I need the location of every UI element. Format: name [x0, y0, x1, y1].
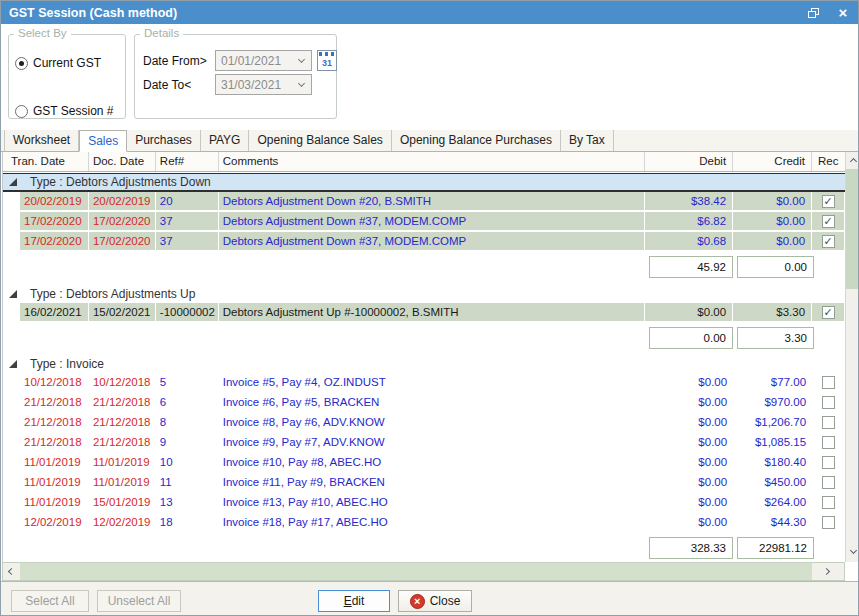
tabstrip: Worksheet Sales Purchases PAYG Opening B…	[1, 130, 858, 152]
cell-credit: $1,206.70	[733, 413, 812, 432]
cell-doc-date: 20/02/2019	[89, 192, 156, 211]
group-header-debtors-adjustments-down[interactable]: Type : Debtors Adjustments Down	[3, 173, 845, 192]
column-header-tran-date[interactable]: Tran. Date	[3, 152, 89, 171]
rec-checkbox[interactable]	[822, 396, 835, 409]
table-row[interactable]: 20/02/2019 20/02/2019 20 Debtors Adjustm…	[3, 192, 845, 212]
rec-checkbox[interactable]	[822, 436, 835, 449]
scroll-up-button[interactable]	[846, 152, 859, 168]
table-row[interactable]: 17/02/2020 17/02/2020 37 Debtors Adjustm…	[3, 232, 845, 252]
column-header-credit[interactable]: Credit	[733, 152, 812, 171]
cell-doc-date: 11/01/2019	[89, 473, 156, 492]
tab-purchases[interactable]: Purchases	[127, 130, 201, 151]
date-from-combo[interactable]: 01/01/2021	[215, 50, 312, 71]
table-row[interactable]: 10/12/2018 10/12/2018 5 Invoice #5, Pay …	[3, 373, 845, 393]
scroll-left-button[interactable]	[3, 563, 17, 580]
cell-doc-date: 21/12/2018	[89, 393, 156, 412]
restore-button[interactable]	[798, 1, 828, 24]
table-row[interactable]: 16/02/2021 15/02/2021 -10000002 Debtors …	[3, 303, 845, 323]
cell-ref: 37	[156, 212, 219, 231]
select-all-button[interactable]: Select All	[11, 590, 89, 612]
rec-checkbox[interactable]	[822, 516, 835, 529]
tab-payg[interactable]: PAYG	[201, 130, 250, 151]
chevron-left-icon	[8, 568, 15, 575]
table-row[interactable]: 17/02/2020 17/02/2020 37 Debtors Adjustm…	[3, 212, 845, 232]
cell-credit: $970.00	[733, 393, 812, 412]
cell-credit: $0.00	[733, 192, 812, 211]
cell-debit: $0.00	[645, 473, 733, 492]
restore-icon	[808, 8, 819, 18]
rec-checkbox[interactable]	[822, 306, 835, 319]
tab-opening-balance-purchases[interactable]: Opening Balance Purchases	[392, 130, 561, 151]
rec-checkbox[interactable]	[822, 235, 835, 248]
radio-current-gst[interactable]: Current GST	[15, 56, 101, 70]
horizontal-scrollbar[interactable]	[2, 562, 845, 581]
date-to-value: 31/03/2021	[216, 78, 299, 92]
rec-checkbox[interactable]	[822, 195, 835, 208]
tab-sales[interactable]: Sales	[79, 130, 127, 152]
cell-comment: Debtors Adjustment Up #-10000002, B.SMIT…	[219, 303, 645, 322]
date-to-label: Date To<	[143, 78, 215, 92]
radio-gst-session[interactable]: GST Session #	[15, 104, 113, 118]
cell-tran-date: 11/01/2019	[20, 493, 89, 512]
cell-debit: $38.42	[645, 192, 733, 211]
cell-credit: $0.00	[733, 212, 812, 231]
vertical-scrollbar[interactable]	[845, 152, 859, 562]
group-total-debit: 45.92	[649, 256, 733, 278]
column-header-doc-date[interactable]: Doc. Date	[89, 152, 156, 171]
vertical-scroll-thumb[interactable]	[846, 169, 859, 289]
tab-opening-balance-sales[interactable]: Opening Balance Sales	[249, 130, 391, 151]
rec-checkbox[interactable]	[822, 416, 835, 429]
unselect-all-label: Unselect All	[108, 594, 171, 608]
radio-current-gst-icon[interactable]	[15, 57, 28, 70]
cell-doc-date: 11/01/2019	[89, 453, 156, 472]
radio-gst-session-icon[interactable]	[15, 105, 28, 118]
unselect-all-button[interactable]: Unselect All	[97, 590, 181, 612]
cell-debit: $0.00	[645, 513, 733, 532]
rec-checkbox[interactable]	[822, 496, 835, 509]
scroll-down-button[interactable]	[846, 544, 859, 560]
table-row[interactable]: 21/12/2018 21/12/2018 6 Invoice #6, Pay …	[3, 393, 845, 413]
table-row[interactable]: 21/12/2018 21/12/2018 8 Invoice #8, Pay …	[3, 413, 845, 433]
cell-doc-date: 10/12/2018	[89, 373, 156, 392]
cell-debit: $0.68	[645, 232, 733, 251]
tab-by-tax[interactable]: By Tax	[561, 130, 614, 151]
group-totals-row: 45.92 0.00	[3, 252, 845, 281]
table-row[interactable]: 21/12/2018 21/12/2018 9 Invoice #9, Pay …	[3, 433, 845, 453]
table-row[interactable]: 12/02/2019 12/02/2019 18 Invoice #18, Pa…	[3, 513, 845, 533]
table-row[interactable]: 11/01/2019 15/01/2019 13 Invoice #13, Pa…	[3, 493, 845, 513]
edit-button[interactable]: Edit	[318, 590, 390, 612]
cell-comment: Invoice #5, Pay #4, OZ.INDUST	[219, 373, 645, 392]
calendar-day-label: 31	[322, 57, 332, 70]
column-header-ref[interactable]: Ref#	[156, 152, 219, 171]
close-window-button[interactable]: ×	[828, 1, 858, 24]
cell-tran-date: 21/12/2018	[20, 433, 89, 452]
cell-tran-date: 21/12/2018	[20, 413, 89, 432]
date-to-combo[interactable]: 31/03/2021	[215, 74, 312, 95]
scroll-right-button[interactable]	[812, 563, 844, 580]
cell-credit: $3.30	[733, 303, 812, 322]
cell-doc-date: 15/02/2021	[89, 303, 156, 322]
rec-checkbox[interactable]	[822, 215, 835, 228]
cell-credit: $77.00	[733, 373, 812, 392]
cell-ref: -10000002	[156, 303, 219, 322]
table-row[interactable]: 11/01/2019 11/01/2019 11 Invoice #11, Pa…	[3, 473, 845, 493]
close-icon: ×	[839, 1, 848, 24]
table-row[interactable]: 11/01/2019 11/01/2019 10 Invoice #10, Pa…	[3, 453, 845, 473]
horizontal-scroll-thumb[interactable]	[20, 563, 812, 580]
column-header-comments[interactable]: Comments	[219, 152, 645, 171]
column-header-rec[interactable]: Rec	[812, 152, 845, 171]
calendar-button[interactable]: 31	[317, 50, 337, 71]
cell-credit: $0.00	[733, 232, 812, 251]
radio-current-gst-label: Current GST	[33, 56, 101, 70]
rec-checkbox[interactable]	[822, 476, 835, 489]
radio-gst-session-label: GST Session #	[33, 104, 113, 118]
rec-checkbox[interactable]	[822, 376, 835, 389]
column-header-debit[interactable]: Debit	[645, 152, 733, 171]
cell-ref: 6	[156, 393, 219, 412]
cell-tran-date: 12/02/2019	[20, 513, 89, 532]
group-header-debtors-adjustments-up[interactable]: Type : Debtors Adjustments Up	[3, 284, 845, 303]
group-header-invoice[interactable]: Type : Invoice	[3, 354, 845, 373]
tab-worksheet[interactable]: Worksheet	[4, 130, 79, 151]
close-button[interactable]: Close	[398, 590, 472, 612]
rec-checkbox[interactable]	[822, 456, 835, 469]
